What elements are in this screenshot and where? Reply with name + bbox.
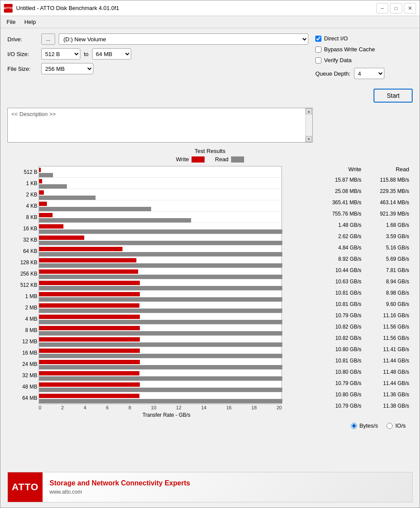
table-row: 755.76 MB/s921.39 MB/s [301,208,413,219]
read-bar [39,331,282,335]
read-value: 9.60 GB/s [365,301,413,307]
bar-size-label: 1 KB [8,180,37,186]
read-bar [39,354,282,358]
table-row: 10.79 GB/s11.38 GB/s [301,400,413,412]
bar-size-label: 12 MB [8,339,37,345]
maximize-button[interactable]: □ [390,3,402,13]
x-axis-tick: 14 [201,405,206,410]
drive-select[interactable]: (D:) New Volume [59,33,308,45]
table-row: 365.41 MB/s463.14 MB/s [301,197,413,208]
bar-size-label: 4 MB [8,316,37,322]
bar-row: 64 KB [39,246,281,257]
write-bar [39,269,138,274]
read-bar [39,241,282,245]
read-value: 5.16 GB/s [365,245,413,251]
close-button[interactable]: ✕ [404,3,416,13]
bar-row: 32 MB [39,370,281,381]
bar-size-label: 32 MB [8,372,37,379]
file-size-select[interactable]: 256 MB [41,63,93,74]
bar-row: 2 KB [39,189,281,200]
read-label: Read [215,156,228,163]
bypass-write-cache-checkbox[interactable] [315,46,321,53]
scroll-down-button[interactable]: ▼ [306,136,312,142]
title-bar: ATTO Untitled - ATTO Disk Benchmark 4.01… [0,0,420,16]
write-value: 755.76 MB/s [317,211,365,217]
read-bar [39,252,282,256]
x-axis-tick: 10 [151,405,156,410]
bar-size-label: 2 MB [8,305,37,311]
bar-row: 48 MB [39,381,281,392]
direct-io-label[interactable]: Direct I/O [324,35,348,42]
write-value: 1.48 GB/s [317,222,365,228]
verify-data-label[interactable]: Verify Data [324,57,352,63]
write-value: 10.81 GB/s [317,290,365,296]
start-button[interactable]: Start [374,89,413,103]
bytes-radio[interactable] [351,423,357,429]
read-value: 5.69 GB/s [365,256,413,262]
bar-row: 1 KB [39,178,281,189]
bypass-write-cache-row: Bypass Write Cache [315,46,413,53]
table-row: 10.82 GB/s11.56 GB/s [301,332,413,344]
bytes-label[interactable]: Bytes/s [360,422,378,429]
write-bar [39,179,42,183]
write-bar [39,315,140,319]
bar-row: 64 MB [39,392,281,404]
right-controls: Direct I/O Bypass Write Cache Verify Dat… [308,33,413,103]
write-value: 365.41 MB/s [317,199,365,206]
read-value: 8.94 GB/s [365,279,413,285]
col-header-write: Write [317,166,365,173]
bar-size-label: 16 MB [8,350,37,356]
description-scrollbar: ▲ ▼ [305,108,312,142]
x-axis-tick: 0 [39,405,41,410]
scroll-up-button[interactable]: ▲ [306,108,312,114]
write-value: 10.81 GB/s [317,358,365,364]
table-row: 10.79 GB/s11.16 GB/s [301,310,413,321]
read-bar [39,263,282,268]
table-row: 10.80 GB/s11.41 GB/s [301,344,413,355]
banner-tagline: Storage and Network Connectivity Experts [50,479,405,487]
io-radio[interactable] [387,423,393,429]
read-color-swatch [231,156,244,163]
browse-button[interactable]: ... [41,33,55,45]
queue-depth-label: Queue Depth: [315,70,351,77]
left-controls: Drive: ... (D:) New Volume I/O Size: 512… [7,33,308,103]
io-size-to-select[interactable]: 64 MB [92,48,131,60]
write-value: 10.80 GB/s [317,346,365,352]
write-bar [39,326,140,330]
bar-size-label: 48 MB [8,384,37,390]
banner-logo: ATTO [12,481,39,493]
io-size-from-select[interactable]: 512 B [41,48,80,60]
minimize-button[interactable]: – [376,3,388,13]
table-row: 10.82 GB/s11.56 GB/s [301,321,413,332]
direct-io-checkbox[interactable] [315,36,321,42]
write-value: 10.79 GB/s [317,403,365,409]
table-row: 15.87 MB/s115.88 MB/s [301,174,413,186]
x-axis-tick: 8 [129,405,131,410]
write-bar [39,303,139,308]
io-label[interactable]: IO/s [395,422,406,429]
write-label: Write [176,156,189,163]
table-row: 4.84 GB/s5.16 GB/s [301,242,413,253]
table-row: 10.80 GB/s11.48 GB/s [301,366,413,378]
write-bar [39,236,84,240]
write-bar [39,394,139,398]
bypass-write-cache-label[interactable]: Bypass Write Cache [324,46,375,53]
x-axis-title: Transfer Rate - GB/s [39,412,294,418]
menu-help[interactable]: Help [20,17,40,27]
bar-row: 4 KB [39,200,281,212]
banner-url: www.atto.com [50,489,405,495]
results-section: Test Results Write Read 512 B1 KB2 KB4 K… [7,148,413,467]
banner-text-area: Storage and Network Connectivity Experts… [43,472,412,502]
write-bar [39,349,140,353]
verify-data-checkbox[interactable] [315,57,321,63]
top-controls: Drive: ... (D:) New Volume I/O Size: 512… [7,33,413,103]
read-value: 11.56 GB/s [365,324,413,330]
main-content: Drive: ... (D:) New Volume I/O Size: 512… [0,28,420,508]
read-bar [39,286,282,290]
write-value: 10.82 GB/s [317,335,365,341]
queue-depth-select[interactable]: 4 [354,68,384,79]
read-bar [39,196,96,200]
bar-row: 512 B [39,166,281,178]
menu-file[interactable]: File [2,17,20,27]
write-bar [39,202,47,206]
